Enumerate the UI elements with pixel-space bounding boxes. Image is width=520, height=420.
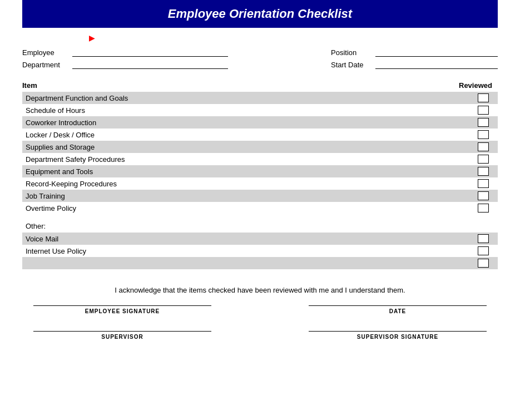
checklist-item-text: Job Training [26,192,472,200]
date-sig-line[interactable] [309,305,487,306]
other-checkbox[interactable] [478,234,489,243]
checklist-item-text: Coworker Introduction [26,118,472,127]
checklist-row: Equipment and Tools [22,165,498,177]
employee-label: Employee [22,48,72,57]
checklist-item-text: Schedule of Hours [26,106,472,115]
position-label: Position [331,48,375,57]
other-checkbox[interactable] [478,246,489,255]
position-input[interactable] [375,48,498,57]
signature-section-2: SUPERVISOR SUPERVISOR SIGNATURE [22,331,498,340]
supervisor-sig-block: SUPERVISOR SIGNATURE [309,331,487,340]
checklist-row: Locker / Desk / Office [22,129,498,141]
col-reviewed-header: Reviewed [453,81,498,90]
checklist-item-text: Record-Keeping Procedures [26,180,472,188]
checklist-row: Supplies and Storage [22,141,498,153]
start-date-label: Start Date [331,61,375,69]
other-label-row: Other: [22,220,498,233]
supervisor-label: SUPERVISOR [101,334,143,340]
checklist-section: Item Reviewed Department Function and Go… [22,79,498,269]
acknowledgment: I acknowledge that the items checked hav… [22,286,498,294]
other-label: Other: [26,222,46,230]
checklist-row: Record-Keeping Procedures [22,177,498,190]
checklist-row: Department Safety Procedures [22,153,498,165]
other-checklist-row: Internet Use Policy [22,245,498,257]
checklist-checkbox[interactable] [478,142,489,151]
header-title: Employee Orientation Checklist [168,7,352,21]
supervisor-line[interactable] [33,331,211,332]
checklist-row: Department Function and Goals [22,92,498,104]
department-row: Department Start Date [22,60,498,69]
acknowledgment-text: I acknowledge that the items checked hav… [115,286,405,294]
department-input[interactable] [72,60,228,69]
other-rows: Voice Mail Internet Use Policy [22,233,498,257]
checklist-item-text: Equipment and Tools [26,167,472,176]
department-label: Department [22,61,72,69]
other-item-text: Voice Mail [26,235,472,243]
employee-input[interactable] [72,48,228,57]
checklist-checkbox[interactable] [478,106,489,115]
trailing-checkbox[interactable] [478,259,489,268]
checklist-checkbox[interactable] [478,118,489,127]
checklist-item-text: Locker / Desk / Office [26,131,472,139]
date-label: DATE [389,308,406,314]
col-item-header: Item [22,81,453,90]
supervisor-sig-line[interactable] [309,331,487,332]
employee-sig-block: EMPLOYEE SIGNATURE [33,305,211,314]
checklist-item-text: Department Safety Procedures [26,155,472,164]
start-date-input[interactable] [375,60,498,69]
start-date-group: Start Date [331,60,498,69]
employee-sig-label: EMPLOYEE SIGNATURE [85,308,160,314]
form-fields: Employee Position Department Start Date [22,48,498,69]
spacer-row [22,214,498,220]
checklist-checkbox[interactable] [478,191,489,200]
checklist-row: Coworker Introduction [22,116,498,129]
checklist-checkbox[interactable] [478,155,489,164]
checklist-rows: Department Function and Goals Schedule o… [22,92,498,214]
employee-sig-line[interactable] [33,305,211,306]
red-marker: ▶ [22,33,498,43]
checklist-item-text: Department Function and Goals [26,94,472,102]
signature-section-1: EMPLOYEE SIGNATURE DATE [22,305,498,314]
other-item-text: Internet Use Policy [26,247,472,255]
employee-row: Employee Position [22,48,498,57]
checklist-row: Job Training [22,190,498,202]
other-checklist-row: Voice Mail [22,233,498,245]
checklist-checkbox[interactable] [478,130,489,139]
position-group: Position [331,48,498,57]
checklist-header: Item Reviewed [22,79,498,92]
trailing-spacer-row [22,257,498,269]
checklist-checkbox[interactable] [478,93,489,102]
page: Employee Orientation Checklist ▶ Employe… [0,0,520,420]
checklist-checkbox[interactable] [478,167,489,176]
supervisor-block: SUPERVISOR [33,331,211,340]
checklist-item-text: Supplies and Storage [26,143,472,151]
supervisor-sig-label: SUPERVISOR SIGNATURE [357,334,438,340]
checklist-row: Schedule of Hours [22,104,498,116]
checklist-checkbox[interactable] [478,204,489,213]
checklist-row: Overtime Policy [22,202,498,214]
checklist-item-text: Overtime Policy [26,204,472,213]
date-sig-block: DATE [309,305,487,314]
checklist-checkbox[interactable] [478,179,489,188]
header-banner: Employee Orientation Checklist [22,0,498,28]
